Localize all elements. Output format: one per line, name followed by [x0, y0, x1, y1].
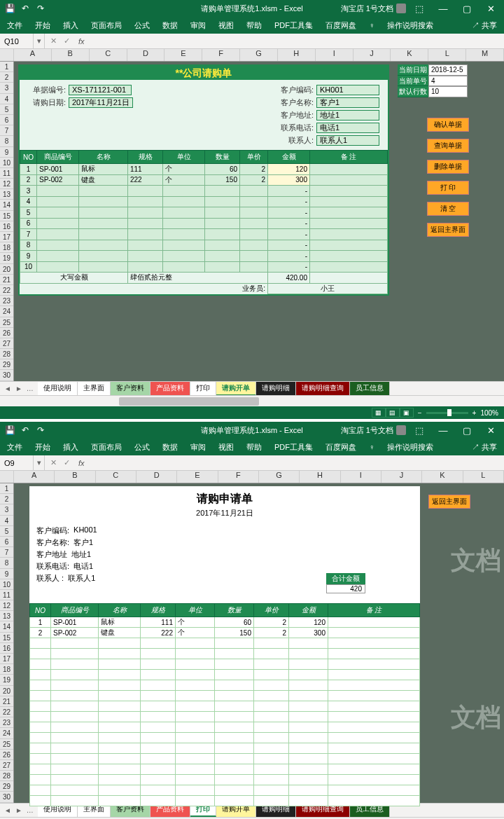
ribbon-tab[interactable]: 开始	[35, 20, 50, 31]
cell[interactable]	[289, 691, 328, 701]
minimize-icon[interactable]: —	[433, 424, 454, 436]
cust-name-field[interactable]: 客户1	[316, 97, 379, 108]
redo-icon[interactable]: ↷	[34, 2, 48, 15]
cell[interactable]	[289, 701, 328, 712]
close-icon[interactable]: ✕	[480, 424, 501, 436]
cell[interactable]	[205, 207, 240, 219]
cell[interactable]	[99, 743, 141, 754]
cell[interactable]	[176, 701, 215, 712]
ribbon-tab[interactable]: 视图	[218, 442, 234, 453]
row-header[interactable]: 4	[0, 516, 13, 526]
cell-spec[interactable]: 111	[141, 617, 176, 628]
cell-no[interactable]: 4	[20, 196, 37, 207]
cell[interactable]	[141, 649, 176, 659]
ribbon-tab[interactable]: 插入	[63, 442, 78, 453]
cell[interactable]	[163, 186, 205, 197]
ribbon-tab[interactable]: 插入	[63, 20, 78, 31]
cell[interactable]	[289, 649, 328, 659]
row-header[interactable]: 4	[0, 94, 13, 104]
cell[interactable]	[328, 680, 420, 691]
col-header[interactable]: E	[164, 49, 202, 61]
row-header[interactable]: 6	[0, 537, 13, 547]
cell[interactable]	[205, 240, 240, 251]
cell[interactable]	[289, 659, 328, 670]
cell-unit[interactable]: 个	[163, 174, 205, 186]
cell[interactable]	[99, 796, 141, 806]
cell[interactable]	[215, 691, 254, 701]
col-header[interactable]: B	[55, 471, 95, 483]
sheet-tab[interactable]: 客户资料	[111, 382, 150, 396]
cell[interactable]	[289, 775, 328, 785]
cell-amt[interactable]: -	[268, 196, 310, 207]
row-header[interactable]: 27	[0, 760, 13, 771]
cell-no[interactable]: 6	[20, 218, 37, 229]
cell[interactable]	[30, 775, 51, 785]
cell[interactable]	[163, 196, 205, 207]
cell[interactable]	[310, 251, 388, 262]
cell[interactable]	[99, 722, 141, 733]
cell-unit[interactable]: 个	[176, 617, 215, 628]
cell[interactable]	[51, 701, 99, 712]
ribbon-tab[interactable]: 数据	[162, 20, 178, 31]
col-header[interactable]: J	[354, 49, 391, 61]
sheet-tab[interactable]: 主界面	[78, 382, 111, 396]
cell[interactable]	[176, 764, 215, 775]
cell[interactable]	[289, 733, 328, 743]
cell[interactable]	[240, 207, 268, 219]
cell[interactable]	[99, 670, 141, 680]
cell[interactable]	[328, 638, 420, 649]
cell[interactable]	[310, 229, 388, 240]
cell[interactable]	[310, 196, 388, 207]
account-name[interactable]: 淘宝店 1号文档	[341, 4, 393, 14]
cell[interactable]	[30, 659, 51, 670]
cell-code[interactable]: SP-001	[37, 164, 79, 175]
cell-amt[interactable]: 300	[268, 174, 310, 186]
cell[interactable]	[328, 712, 420, 722]
row-header[interactable]: 1	[0, 62, 13, 72]
cell[interactable]	[289, 754, 328, 764]
cell-amt[interactable]: 120	[289, 617, 328, 628]
cell[interactable]	[128, 207, 163, 219]
row-header[interactable]: 28	[0, 349, 13, 359]
cell[interactable]	[328, 659, 420, 670]
sheet-tab[interactable]: 请购开单	[216, 382, 256, 396]
cell[interactable]	[205, 196, 240, 207]
row-header[interactable]: 7	[0, 547, 13, 558]
col-header[interactable]: C	[96, 471, 136, 483]
sheet-tab[interactable]: 请购明细	[256, 382, 296, 396]
col-header[interactable]: E	[177, 471, 218, 483]
cell-no[interactable]: 3	[20, 186, 37, 197]
col-header[interactable]: G	[240, 49, 278, 61]
cell[interactable]	[163, 229, 205, 240]
namebox-dropdown-icon[interactable]: ▾	[34, 34, 45, 48]
cell[interactable]	[51, 743, 99, 754]
ribbon-tab[interactable]: PDF工具集	[274, 442, 313, 453]
cell[interactable]	[141, 722, 176, 733]
row-header[interactable]: 9	[0, 569, 13, 579]
cell-unit[interactable]: 个	[176, 628, 215, 638]
row-header[interactable]: 9	[0, 147, 13, 158]
cell[interactable]	[37, 261, 79, 273]
cell[interactable]	[128, 218, 163, 229]
col-header[interactable]: I	[341, 471, 382, 483]
side-value[interactable]: 2018-12-5	[428, 64, 468, 76]
cell-qty[interactable]: 150	[205, 174, 240, 186]
select-all-corner[interactable]	[0, 471, 14, 483]
enter-icon[interactable]: ✓	[64, 458, 70, 467]
col-header[interactable]: L	[428, 49, 466, 61]
cell[interactable]	[240, 229, 268, 240]
cell[interactable]	[176, 722, 215, 733]
cell-name[interactable]: 鼠标	[79, 164, 128, 175]
cell[interactable]	[328, 743, 420, 754]
row-header[interactable]: 7	[0, 125, 13, 136]
cell[interactable]	[30, 712, 51, 722]
cell-amt[interactable]: -	[268, 261, 310, 273]
cell[interactable]	[99, 680, 141, 691]
row-header[interactable]: 14	[0, 621, 13, 632]
cell[interactable]	[289, 712, 328, 722]
cell[interactable]	[215, 764, 254, 775]
row-header[interactable]: 3	[0, 83, 13, 93]
row-header[interactable]: 12	[0, 179, 13, 189]
col-header[interactable]: G	[259, 471, 300, 483]
row-header[interactable]: 10	[0, 579, 13, 590]
